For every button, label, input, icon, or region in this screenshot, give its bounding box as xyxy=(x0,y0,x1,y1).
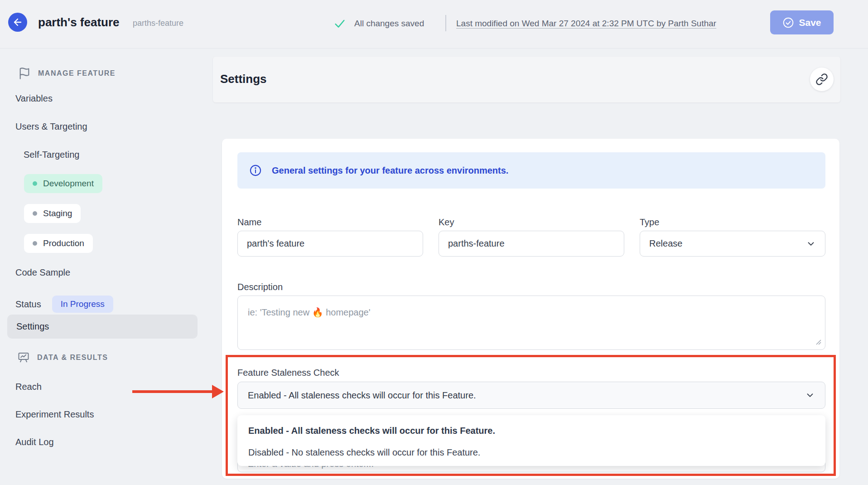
copy-link-button[interactable] xyxy=(810,68,834,91)
feature-title: parth's feature xyxy=(38,15,120,29)
status-badge[interactable]: In Progress xyxy=(52,296,113,313)
save-button-label: Save xyxy=(799,17,821,28)
info-banner: General settings for your feature across… xyxy=(237,152,825,189)
info-icon xyxy=(249,164,262,177)
chevron-down-icon xyxy=(806,239,816,249)
sidebar-item-reach[interactable]: Reach xyxy=(15,382,42,392)
sidebar-item-audit-log[interactable]: Audit Log xyxy=(15,437,54,447)
description-label: Description xyxy=(237,282,283,292)
feature-key: parths-feature xyxy=(133,19,183,28)
settings-form-card: General settings for your feature across… xyxy=(222,139,839,479)
page-title: Settings xyxy=(220,72,267,86)
sidebar-item-label: Settings xyxy=(16,321,49,332)
description-textarea[interactable] xyxy=(237,296,825,350)
sidebar-item-self-targeting[interactable]: Self-Targeting xyxy=(24,150,79,160)
arrow-left-icon xyxy=(12,17,23,28)
env-label: Development xyxy=(43,179,94,189)
staleness-select[interactable]: Enabled - All staleness checks will occu… xyxy=(237,382,825,409)
top-header: parth's feature parths-feature All chang… xyxy=(0,0,868,48)
env-dot-icon xyxy=(33,211,37,216)
banner-text: General settings for your feature across… xyxy=(272,165,508,176)
saved-status: All changes saved xyxy=(354,19,424,29)
name-input[interactable] xyxy=(237,231,423,257)
type-select-value: Release xyxy=(649,238,682,249)
dropdown-option-enabled[interactable]: Enabled - All staleness checks will occu… xyxy=(237,420,825,441)
key-label: Key xyxy=(439,217,454,228)
sidebar-env-staging[interactable]: Staging xyxy=(24,204,81,223)
settings-panel-header: Settings xyxy=(213,57,840,102)
sidebar-env-development[interactable]: Development xyxy=(24,174,102,193)
staleness-select-value: Enabled - All staleness checks will occu… xyxy=(248,390,476,401)
manage-feature-section: MANAGE FEATURE xyxy=(18,67,116,80)
status-row: Status In Progress xyxy=(15,296,113,313)
check-circle-icon xyxy=(782,17,794,29)
type-select[interactable]: Release xyxy=(640,231,825,257)
env-dot-icon xyxy=(33,241,37,246)
staleness-label: Feature Staleness Check xyxy=(237,368,339,378)
status-label: Status xyxy=(15,299,41,310)
presentation-chart-icon xyxy=(17,351,30,364)
key-input[interactable] xyxy=(439,231,624,257)
dropdown-option-disabled[interactable]: Disabled - No staleness checks will occu… xyxy=(237,441,825,463)
env-dot-icon xyxy=(33,181,37,186)
type-label: Type xyxy=(640,217,659,228)
sidebar-env-production[interactable]: Production xyxy=(24,234,93,253)
sidebar-item-code-sample[interactable]: Code Sample xyxy=(15,267,70,278)
back-button[interactable] xyxy=(8,13,27,32)
name-label: Name xyxy=(237,217,261,228)
env-label: Production xyxy=(43,238,84,248)
data-results-label: DATA & RESULTS xyxy=(37,354,108,362)
staleness-dropdown-menu: Enabled - All staleness checks will occu… xyxy=(237,415,825,466)
last-modified-link[interactable]: Last modified on Wed Mar 27 2024 at 2:32… xyxy=(456,19,716,29)
sidebar-item-experiment-results[interactable]: Experiment Results xyxy=(15,409,94,420)
env-label: Staging xyxy=(43,209,72,218)
chevron-down-icon xyxy=(805,390,815,400)
sidebar-item-users-targeting[interactable]: Users & Targeting xyxy=(15,121,87,132)
header-divider xyxy=(445,15,446,31)
manage-feature-label: MANAGE FEATURE xyxy=(38,69,116,78)
data-results-section: DATA & RESULTS xyxy=(17,351,108,364)
annotation-arrow xyxy=(132,390,213,393)
save-button[interactable]: Save xyxy=(770,10,834,34)
flag-icon xyxy=(18,67,31,80)
check-icon xyxy=(333,17,346,30)
sidebar-item-variables[interactable]: Variables xyxy=(15,93,53,104)
sidebar-item-settings[interactable]: Settings xyxy=(7,315,198,339)
link-icon xyxy=(815,73,828,86)
